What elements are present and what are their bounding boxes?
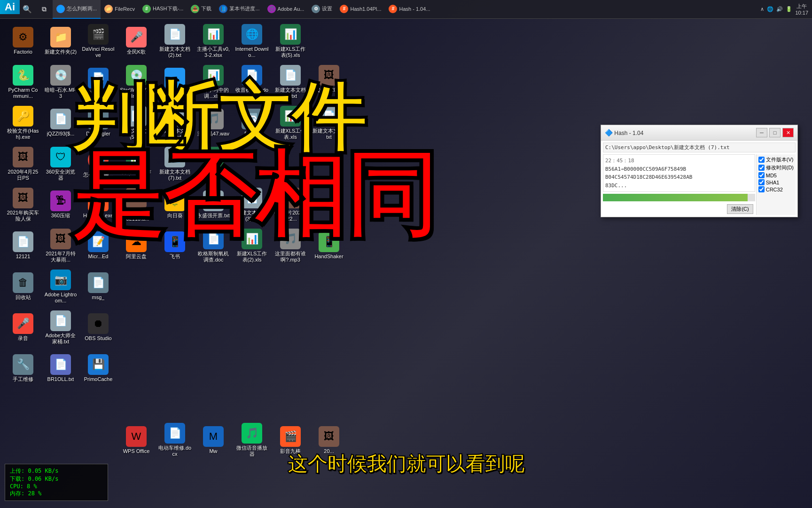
checkbox-date[interactable] xyxy=(758,165,765,171)
desktop-icon-handshaker[interactable]: 📱 HandShaker xyxy=(310,226,348,266)
desktop-icon-mw[interactable]: M Mw xyxy=(195,421,232,459)
checkbox-crc32[interactable] xyxy=(758,186,765,192)
taskbar-item-7[interactable]: # Hash1.04Pl... xyxy=(336,0,385,19)
desktop-icon-recording[interactable]: 🎤 录音 xyxy=(5,308,41,348)
desktop-icon-txt-new[interactable]: 📄 新建文本文档.txt xyxy=(310,103,348,143)
taskbar-volume-icon[interactable]: 🔊 xyxy=(776,6,783,12)
desktop-icon-personal[interactable]: 📊 个人补交公司账... xyxy=(195,144,232,184)
desktop-icon-repair[interactable]: 🔧 手工维修 xyxy=(5,349,41,389)
desktop-icon-micr[interactable]: 📝 Micr...Ed xyxy=(80,226,117,266)
desktop-icon-wechat-player[interactable]: 🎵 微信语音播放器 xyxy=(233,421,271,459)
taskbar-item-6[interactable]: ⚙ 设置 xyxy=(308,0,336,19)
desktop-icon-ysq[interactable]: 📄 永盛强开票.txt xyxy=(195,185,232,225)
desktop-icon-jq[interactable]: 📄 jQZZI93{$... xyxy=(42,103,79,143)
desktop-icon-radio[interactable]: 📄 收音机文案.doc xyxy=(233,62,271,102)
desktop-icon-idm[interactable]: 🌐 Internet Downlo... xyxy=(233,21,271,61)
desktop-icon-sunflower[interactable]: 🌻 向日葵 xyxy=(156,185,194,225)
desktop-icon-mp3-who[interactable]: 🎵 这里面都有谁啊?.mp3 xyxy=(272,226,309,266)
hash-checkbox-crc32[interactable]: CRC32 xyxy=(758,186,794,192)
desktop-icon-12121[interactable]: 📄 12121 xyxy=(5,226,41,266)
desktop-icon-txt6[interactable]: 📄 新建文本文档(6).txt xyxy=(156,103,194,143)
desktop-icon-txt4[interactable]: 📄 新建文本文档(4).txt xyxy=(272,62,309,102)
desktop-icon-hash-cn[interactable]: # Hash_cn.exe xyxy=(80,185,117,225)
desktop-icon-br1[interactable]: 📄 BR1OLL.txt xyxy=(42,349,79,389)
hash-checkbox-date[interactable]: 修改时间(D) xyxy=(758,164,794,171)
desktop-icon-360[interactable]: 🛡 360安全浏览器 xyxy=(42,144,79,184)
desktop-icon-lightroom[interactable]: 📷 Adobe Lightroom... xyxy=(42,267,79,307)
desktop-icon-xls5[interactable]: 📊 新建XLS工作表(5).xls xyxy=(272,21,309,61)
desktop-icon-txt3[interactable]: 📄 新建文本文档(3).txt xyxy=(233,185,271,225)
taskbar-item-8[interactable]: # Hash - 1.04... xyxy=(385,0,434,19)
hash-window-close[interactable]: ✕ xyxy=(782,128,794,137)
desktop-icon-adobe-txt[interactable]: 📄 Adobe大师全家桶.txt xyxy=(42,308,79,348)
desktop-icon-doc1[interactable]: 📄 换防冻液.doc xyxy=(80,62,117,102)
desktop-icon-aliyun[interactable]: ☁ 阿里云盘 xyxy=(117,226,155,266)
desktop-icon-oxygen[interactable]: 📄 欧格斯制氧机调查.doc xyxy=(195,226,232,266)
taskbar-item-2[interactable]: # HASH下载-... xyxy=(139,0,187,19)
taskbar-battery-icon[interactable]: 🔋 xyxy=(786,6,792,12)
desktop-icon-recycle[interactable]: 🗑 回收站 xyxy=(5,267,41,307)
hash-checkbox-md5[interactable]: MD5 xyxy=(758,172,794,178)
hash-checkbox-sha1[interactable]: SHA1 xyxy=(758,179,794,185)
desktop-icon-starwind[interactable]: 💿 StarWind V2V Im... xyxy=(117,62,155,102)
desktop-icon-insurance[interactable]: 🖼 2021年购买车险人保 xyxy=(5,185,41,225)
hash-window-minimize[interactable]: ─ xyxy=(756,128,767,137)
desktop-icon-lufeihu[interactable]: 🖼 吕飞虎_同事_132115.a... xyxy=(117,185,155,225)
desktop-icon-factorio[interactable]: ⚙ Factorio xyxy=(5,21,41,61)
desktop-icon-xls2[interactable]: 📊 新建XLS工作表(2).xls xyxy=(233,226,271,266)
desktop-icon-photo2020[interactable]: 🖼 2020年4月25日PS xyxy=(5,144,41,184)
checkbox-version[interactable] xyxy=(758,157,765,163)
taskbar-clock[interactable]: 上午 10:17 xyxy=(795,3,808,16)
desktop-icon-mp3[interactable]: 💿 暗暗-石水.MP3 xyxy=(42,62,79,102)
desktop-icon-feishu[interactable]: 📱 飞书 xyxy=(156,226,194,266)
desktop-icon-car-repair[interactable]: 📄 电动车维修.docx xyxy=(156,421,194,459)
checkbox-md5[interactable] xyxy=(758,172,765,178)
desktop-icon-accounting[interactable]: 📊 会计学习中的调...xlsx xyxy=(195,62,232,102)
desktop-icon-hash-exe[interactable]: 🔑 校验文件(Hash).exe xyxy=(5,103,41,143)
radio-icon: 📄 xyxy=(242,65,262,86)
desktop-icon-folder[interactable]: 📁 新建文件夹(2) xyxy=(42,21,79,61)
desktop-icon-baidu[interactable]: ☁ 百度网盘 xyxy=(156,62,194,102)
desktop-icon-txt5[interactable]: 📄 新建文本文档(5).txt xyxy=(117,103,155,143)
desktop-icon-film[interactable]: 🎬 影音九棒 xyxy=(272,421,309,459)
desktop-icon-pycharm[interactable]: 🐍 PyCharm Communi... xyxy=(5,62,41,102)
desktop-icon-chrome[interactable]: 🌐 怎么判断两... xyxy=(80,144,117,184)
desktop-icon-txt2[interactable]: 📄 新建文本文档(2).txt xyxy=(156,21,194,61)
taskbar-item-4[interactable]: 📘 某本书进度... xyxy=(215,0,263,19)
desktop-icon-qq-screenshot[interactable]: 🖼 QQ截图20210928... xyxy=(310,62,348,102)
hash-window-maximize[interactable]: □ xyxy=(769,128,781,137)
desktop-icon-converter[interactable]: 🔄 转换器 xyxy=(233,103,271,143)
starwind-icon: 💿 xyxy=(126,65,147,86)
desktop-icon-flood[interactable]: 🖼 2021年7月特大暴雨... xyxy=(42,226,79,266)
checkbox-crc32-label: CRC32 xyxy=(766,187,783,192)
desktop-icon-msg[interactable]: 📄 msg_ xyxy=(80,267,117,307)
desktop-icon-txt7[interactable]: 📄 新建文本文档(7).txt xyxy=(156,144,194,184)
taskbar-item-0[interactable]: 🌐 怎么判断两... xyxy=(53,0,101,19)
desktop-icon-xls-new[interactable]: 📊 新建XLS工作表.xls xyxy=(272,103,309,143)
desktop-icon-tool[interactable]: 📊 主播小工具v0,3-2.xlsx xyxy=(195,21,232,61)
desktop-icon-obs[interactable]: ⏺ OBS Studio xyxy=(80,308,117,348)
desktop-icon-360zip[interactable]: 🗜 360压缩 xyxy=(42,185,79,225)
checkbox-sha1[interactable] xyxy=(758,179,765,185)
desktop-icon-defraggler[interactable]: 🔧 Defraggler xyxy=(80,103,117,143)
desktop-icon-kmgc[interactable]: 🎤 全民K歌 xyxy=(117,21,155,61)
hash-window[interactable]: 🔷 Hash - 1.04 ─ □ ✕ C:\Users\appo\Deskto… xyxy=(601,125,798,217)
desktop-icon-davinci[interactable]: 🎬 DaVinci Resolve xyxy=(80,21,117,61)
taskbar-arrow-up[interactable]: ∧ xyxy=(760,6,764,12)
desktop-icon-qq-img[interactable]: 🖼 QQ图片20211022... xyxy=(272,185,309,225)
desktop-icon-xls4[interactable]: 📊 新建XLS工作表(4).xls xyxy=(117,144,155,184)
txt-new-icon: 📄 xyxy=(319,106,339,127)
desktop-icon-primocache[interactable]: 💾 PrimoCache xyxy=(80,349,117,389)
desktop-icon-20xx[interactable]: 🖼 20... xyxy=(310,421,348,459)
desktop-icon-wav47[interactable]: 🎵 测试晶47.wav xyxy=(195,103,232,143)
task-view-button[interactable]: ⧉ xyxy=(36,0,53,19)
hash-clear-button[interactable]: 清除(C) xyxy=(727,204,753,214)
taskbar-item-3[interactable]: 📥 下载 xyxy=(187,0,215,19)
mp3-icon: 💿 xyxy=(50,65,71,86)
taskbar-network-icon[interactable]: 🌐 xyxy=(767,6,773,12)
desktop-icon-wps[interactable]: W WPS Office xyxy=(117,421,155,459)
hash-checkbox-version[interactable]: 文件版本(V) xyxy=(758,156,794,163)
taskbar-item-5[interactable]: 🎵 Adobe Au... xyxy=(264,0,308,19)
taskbar-search-button[interactable]: 🔍 xyxy=(19,0,36,19)
taskbar-item-1[interactable]: 📁 FileRecv xyxy=(101,0,139,19)
